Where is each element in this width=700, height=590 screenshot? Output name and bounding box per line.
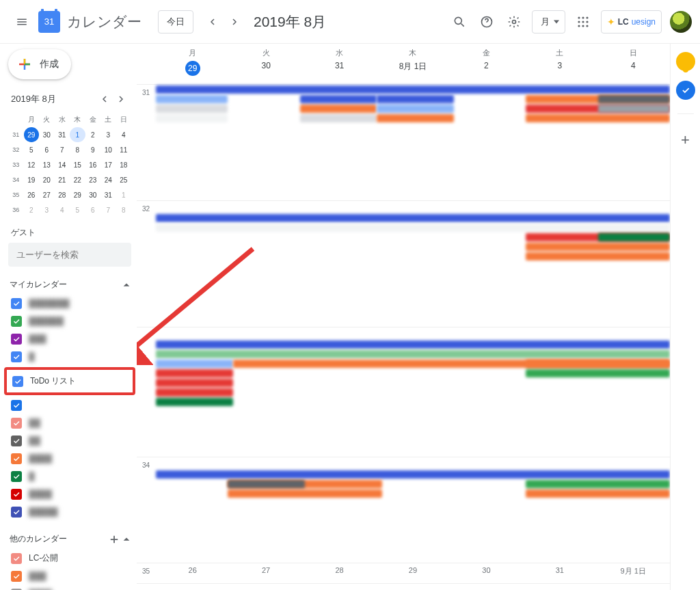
mini-day[interactable]: 29 [70, 187, 85, 202]
mini-day[interactable]: 3 [39, 202, 55, 217]
guest-search-input[interactable] [8, 243, 131, 267]
calendar-item[interactable]: ███ [8, 330, 131, 348]
calendar-checkbox[interactable] [11, 435, 22, 446]
mini-next-button[interactable] [113, 92, 129, 107]
mini-day[interactable]: 19 [24, 172, 40, 187]
calendar-checkbox[interactable] [11, 507, 22, 518]
mini-day[interactable]: 30 [39, 127, 55, 142]
calendar-checkbox[interactable] [11, 571, 22, 582]
calendar-checkbox[interactable] [11, 489, 22, 500]
calendar-item[interactable]: ██ [8, 414, 131, 432]
tasks-icon[interactable] [676, 81, 695, 100]
addons-plus-icon[interactable]: + [676, 131, 695, 150]
menu-icon[interactable] [8, 8, 36, 36]
calendar-checkbox[interactable] [11, 298, 22, 309]
mini-day[interactable]: 18 [116, 157, 132, 172]
calendar-item[interactable]: ███████ [8, 295, 131, 312]
calendar-checkbox[interactable] [12, 376, 23, 387]
calendar-item[interactable]: ████ [8, 585, 131, 590]
extension-badge[interactable]: ✦LCuesign [601, 10, 662, 33]
calendar-item[interactable]: ██ [8, 432, 131, 450]
other-calendars-header[interactable]: 他のカレンダー [10, 533, 131, 545]
week-row[interactable]: 32 [137, 201, 670, 327]
calendar-checkbox[interactable] [11, 471, 22, 482]
mini-day[interactable]: 15 [70, 157, 85, 172]
grid-header-cell[interactable]: 土3 [523, 44, 596, 84]
view-selector[interactable]: 月 [532, 10, 565, 33]
grid-header-cell[interactable]: 水31 [303, 44, 376, 84]
calendar-item[interactable] [8, 397, 131, 414]
mini-day[interactable]: 2 [85, 127, 101, 142]
mini-day[interactable]: 22 [70, 172, 85, 187]
mini-day[interactable]: 31 [100, 187, 116, 202]
mini-day[interactable]: 11 [116, 142, 132, 157]
grid-header-cell[interactable]: 月29 [156, 44, 229, 84]
today-button[interactable]: 今日 [158, 10, 193, 33]
grid-header-cell[interactable]: 木8月 1日 [376, 44, 449, 84]
mini-day[interactable]: 8 [70, 142, 85, 157]
mini-day[interactable]: 6 [39, 142, 55, 157]
mini-day[interactable]: 28 [55, 187, 70, 202]
calendar-checkbox[interactable] [11, 453, 22, 464]
mini-day[interactable]: 26 [24, 187, 40, 202]
mini-day[interactable]: 5 [24, 142, 40, 157]
week-row[interactable] [137, 327, 670, 457]
mini-day[interactable]: 13 [39, 157, 55, 172]
mini-calendar[interactable]: 月火水木金土日312930311234325678910113312131415… [8, 112, 131, 217]
mini-day[interactable]: 29 [24, 127, 40, 142]
mini-day[interactable]: 24 [100, 172, 116, 187]
calendar-item[interactable]: ██████ [8, 312, 131, 330]
my-calendars-header[interactable]: マイカレンダー [10, 279, 131, 291]
calendar-checkbox[interactable] [11, 400, 22, 411]
add-calendar-icon[interactable] [109, 535, 119, 544]
mini-day[interactable]: 16 [85, 157, 101, 172]
calendar-item[interactable]: ████ [8, 450, 131, 468]
week-row[interactable]: 34 [137, 457, 670, 563]
mini-day[interactable]: 1 [70, 127, 85, 142]
keep-icon[interactable] [676, 52, 695, 71]
mini-day[interactable]: 31 [55, 127, 70, 142]
calendar-checkbox[interactable] [11, 351, 22, 362]
mini-day[interactable]: 25 [116, 172, 132, 187]
mini-day[interactable]: 3 [100, 127, 116, 142]
calendar-item[interactable]: █ [8, 348, 131, 366]
search-icon[interactable] [446, 8, 473, 36]
mini-day[interactable]: 8 [116, 202, 132, 217]
week-row[interactable]: 352627282930319月 1日 [137, 563, 670, 584]
calendar-checkbox[interactable] [11, 334, 22, 345]
mini-day[interactable]: 4 [55, 202, 70, 217]
mini-day[interactable]: 12 [24, 157, 40, 172]
mini-day[interactable]: 23 [85, 172, 101, 187]
account-avatar[interactable] [670, 11, 692, 33]
mini-day[interactable]: 27 [39, 187, 55, 202]
calendar-item[interactable]: LC-公開 [8, 549, 131, 567]
prev-period-button[interactable] [202, 11, 224, 33]
mini-day[interactable]: 1 [116, 187, 132, 202]
mini-day[interactable]: 10 [100, 142, 116, 157]
help-icon[interactable] [473, 8, 500, 36]
mini-day[interactable]: 2 [24, 202, 40, 217]
settings-icon[interactable] [500, 8, 528, 36]
calendar-item[interactable]: █ [8, 468, 131, 485]
calendar-item[interactable]: █████ [8, 503, 131, 521]
mini-day[interactable]: 5 [70, 202, 85, 217]
mini-prev-button[interactable] [97, 92, 112, 107]
calendar-checkbox[interactable] [11, 553, 22, 564]
calendar-item[interactable]: ███ [8, 567, 131, 585]
apps-icon[interactable] [569, 8, 597, 36]
mini-day[interactable]: 4 [116, 127, 132, 142]
mini-day[interactable]: 30 [85, 187, 101, 202]
calendar-item[interactable]: ████ [8, 485, 131, 503]
grid-header-cell[interactable]: 日4 [597, 44, 670, 84]
create-button[interactable]: 作成 [8, 49, 71, 79]
next-period-button[interactable] [224, 11, 245, 33]
mini-day[interactable]: 7 [55, 142, 70, 157]
mini-day[interactable]: 14 [55, 157, 70, 172]
calendar-checkbox[interactable] [11, 418, 22, 429]
mini-day[interactable]: 20 [39, 172, 55, 187]
calendar-checkbox[interactable] [11, 316, 22, 327]
mini-day[interactable]: 6 [85, 202, 101, 217]
mini-day[interactable]: 17 [100, 157, 116, 172]
grid-header-cell[interactable]: 金2 [450, 44, 523, 84]
mini-day[interactable]: 21 [55, 172, 70, 187]
